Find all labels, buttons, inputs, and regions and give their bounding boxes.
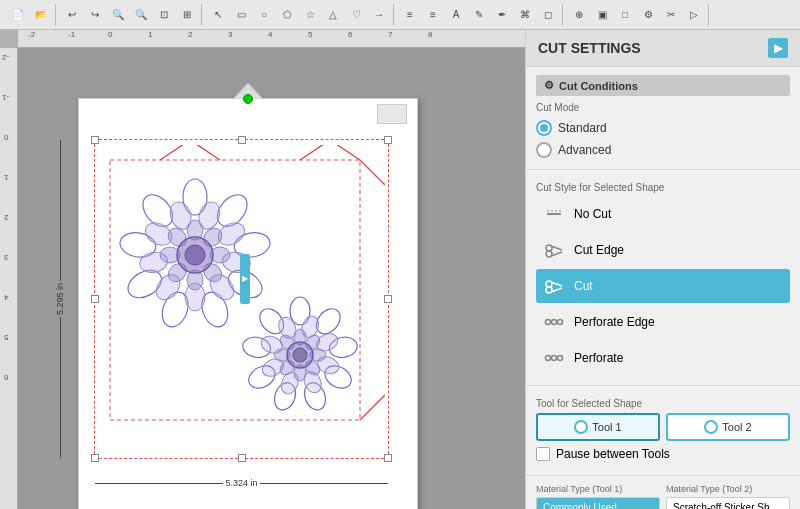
toolbar-btn-arrow[interactable]: →	[368, 4, 390, 26]
panel-expand-button[interactable]: ▶	[768, 38, 788, 58]
cut-style-cut[interactable]: Cut	[536, 269, 790, 303]
toolbar-btn-star[interactable]: ☆	[299, 4, 321, 26]
tool1-button[interactable]: Tool 1	[536, 413, 660, 441]
toolbar-btn-path[interactable]: ✎	[468, 4, 490, 26]
scroll-indicator: ▶	[240, 254, 250, 304]
ruler-v-mark: 1	[4, 173, 8, 182]
handle-bm[interactable]	[238, 454, 246, 462]
handle-tl[interactable]	[91, 136, 99, 144]
perforate-label: Perforate	[574, 351, 623, 365]
no-cut-label: No Cut	[574, 207, 611, 221]
svg-point-71	[558, 320, 563, 325]
tool-section: Tool for Selected Shape Tool 1 Tool 2 Pa…	[526, 386, 800, 476]
toolbar-btn-open[interactable]: 📂	[30, 4, 52, 26]
pause-label: Pause between Tools	[556, 447, 670, 461]
handle-br[interactable]	[384, 454, 392, 462]
toolbar-btn-text[interactable]: A	[445, 4, 467, 26]
toolbar-btn-knife[interactable]: ⌘	[514, 4, 536, 26]
material-col1-label: Material Type (Tool 1)	[536, 484, 660, 494]
dimension-h-label: 5.324 in	[225, 478, 257, 488]
design-canvas[interactable]: 5.324 in 5.295 in	[18, 48, 525, 509]
toolbar-btn-pen[interactable]: ✒	[491, 4, 513, 26]
handle-bl[interactable]	[91, 454, 99, 462]
perforate-icon	[542, 346, 566, 370]
toolbar-btn-redo[interactable]: ↪	[84, 4, 106, 26]
tool2-label: Tool 2	[722, 421, 751, 433]
toolbar-group-more: ⊕ ▣ □ ⚙ ✂ ▷	[565, 4, 709, 26]
svg-point-74	[558, 356, 563, 361]
radio-advanced[interactable]: Advanced	[536, 139, 790, 161]
pause-checkbox-row[interactable]: Pause between Tools	[536, 447, 790, 461]
toolbar-btn-align2[interactable]: ≡	[422, 4, 444, 26]
perforate-edge-label: Perforate Edge	[574, 315, 655, 329]
handle-lm[interactable]	[91, 295, 99, 303]
tool2-button[interactable]: Tool 2	[666, 413, 790, 441]
material-item-commonly-used-label: Commonly Used	[543, 502, 617, 509]
panel-header: CUT SETTINGS ▶	[526, 30, 800, 67]
material-columns: Material Type (Tool 1) Commonly Used Car…	[536, 484, 790, 509]
radio-standard-label: Standard	[558, 121, 607, 135]
radio-standard[interactable]: Standard	[536, 117, 790, 139]
cut-style-perforate-edge[interactable]: Perforate Edge	[536, 305, 790, 339]
cut-style-perforate[interactable]: Perforate	[536, 341, 790, 375]
cut-style-no-cut[interactable]: No Cut	[536, 197, 790, 231]
ruler-h-mark: 4	[268, 30, 272, 39]
ruler-h-marks: -2 -1 0 1 2 3 4 5 6 7 8	[18, 30, 525, 47]
no-cut-icon	[542, 202, 566, 226]
material-section: Material Type (Tool 1) Commonly Used Car…	[526, 476, 800, 509]
ruler-h-mark: 2	[188, 30, 192, 39]
toolbar-btn-new[interactable]: 📄	[7, 4, 29, 26]
tool1-label: Tool 1	[592, 421, 621, 433]
toolbar-btn-fill[interactable]: ▣	[591, 4, 613, 26]
material-col-1: Material Type (Tool 1) Commonly Used Car…	[536, 484, 660, 509]
toolbar-btn-zoom-out[interactable]: 🔍	[130, 4, 152, 26]
radio-standard-circle[interactable]	[536, 120, 552, 136]
tool-label: Tool for Selected Shape	[536, 398, 790, 409]
toolbar-btn-select[interactable]: ↖	[207, 4, 229, 26]
toolbar-group-edit: ↩ ↪ 🔍 🔍 ⊡ ⊞	[58, 4, 202, 26]
ruler-h-mark: 6	[348, 30, 352, 39]
toolbar-btn-undo[interactable]: ↩	[61, 4, 83, 26]
toolbar-btn-rect[interactable]: ▭	[230, 4, 252, 26]
toolbar-btn-circle[interactable]: ○	[253, 4, 275, 26]
ruler-h-mark: -2	[28, 30, 35, 39]
toolbar-btn-triangle[interactable]: △	[322, 4, 344, 26]
mat-label	[377, 104, 407, 124]
svg-point-72	[546, 356, 551, 361]
ruler-v-mark: 0	[4, 133, 8, 142]
toolbar-btn-align[interactable]: ≡	[399, 4, 421, 26]
material-item-commonly-used[interactable]: Commonly Used	[537, 498, 659, 509]
toolbar-btn-cut[interactable]: ✂	[660, 4, 682, 26]
toolbar-group-tools: ≡ ≡ A ✎ ✒ ⌘ ◻	[396, 4, 563, 26]
handle-tm[interactable]	[238, 136, 246, 144]
pause-checkbox[interactable]	[536, 447, 550, 461]
toolbar-group-shapes: ↖ ▭ ○ ⬠ ☆ △ ♡ →	[204, 4, 394, 26]
toolbar-btn-layers[interactable]: ⊕	[568, 4, 590, 26]
toolbar-btn-eraser[interactable]: ◻	[537, 4, 559, 26]
ruler-v-mark: 3	[4, 253, 8, 262]
material-list-1: Commonly Used Cardstock	[536, 497, 660, 509]
cut-conditions-label: Cut Conditions	[559, 80, 638, 92]
svg-point-28	[185, 245, 205, 265]
toolbar-btn-heart[interactable]: ♡	[345, 4, 367, 26]
material-item-scratch-off[interactable]: Scratch-off Sticker Sh	[667, 498, 789, 509]
cut-settings-panel: CUT SETTINGS ▶ ⚙ Cut Conditions Cut Mode…	[525, 30, 800, 509]
toolbar-btn-grid[interactable]: ⊞	[176, 4, 198, 26]
toolbar-btn-stroke[interactable]: □	[614, 4, 636, 26]
ruler-v-mark: 6	[4, 373, 8, 382]
canvas-area: -2 -1 0 1 2 3 4 5 6 7 8 -2 -1 0 1 2 3	[0, 30, 525, 509]
panel-title: CUT SETTINGS	[538, 40, 641, 56]
toolbar-btn-pentagon[interactable]: ⬠	[276, 4, 298, 26]
toolbar-btn-settings[interactable]: ⚙	[637, 4, 659, 26]
ruler-v-mark: 4	[4, 293, 8, 302]
ruler-h-mark: 8	[428, 30, 432, 39]
toolbar-btn-send[interactable]: ▷	[683, 4, 705, 26]
toolbar-btn-zoom-in[interactable]: 🔍	[107, 4, 129, 26]
handle-tr[interactable]	[384, 136, 392, 144]
cut-style-cut-edge[interactable]: Cut Edge	[536, 233, 790, 267]
handle-rm[interactable]	[384, 295, 392, 303]
radio-advanced-circle[interactable]	[536, 142, 552, 158]
cut-style-label: Cut Style for Selected Shape	[536, 182, 790, 193]
ruler-v-mark: 2	[4, 213, 8, 222]
toolbar-btn-fit[interactable]: ⊡	[153, 4, 175, 26]
